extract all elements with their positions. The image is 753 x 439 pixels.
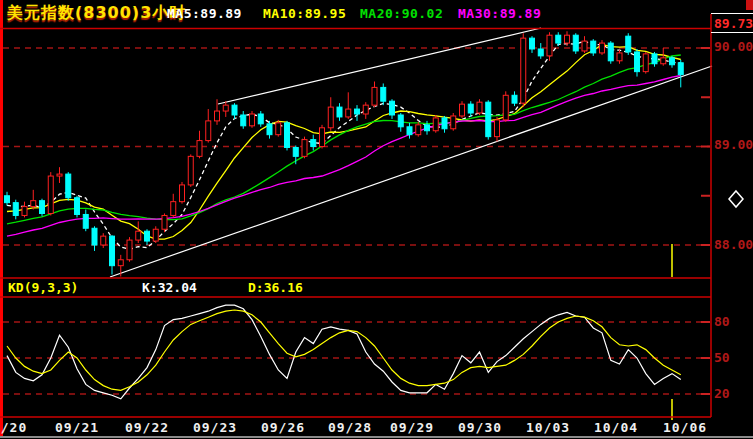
candle-body[interactable]	[556, 35, 561, 43]
candle-body[interactable]	[617, 53, 622, 61]
candle-body[interactable]	[433, 118, 438, 131]
candle-body[interactable]	[83, 214, 88, 228]
candle-body[interactable]	[425, 125, 430, 131]
candle-body[interactable]	[381, 87, 386, 101]
candle-body[interactable]	[477, 102, 482, 113]
candle-body[interactable]	[110, 236, 115, 266]
candle-body[interactable]	[626, 36, 631, 52]
candle-body[interactable]	[302, 140, 307, 157]
candle-body[interactable]	[127, 240, 132, 260]
candle-body[interactable]	[468, 104, 473, 113]
candle-body[interactable]	[118, 260, 123, 266]
candle-body[interactable]	[398, 115, 403, 127]
candle-body[interactable]	[372, 87, 377, 105]
candle-body[interactable]	[223, 105, 228, 111]
candle-body[interactable]	[101, 236, 106, 245]
candle-body[interactable]	[328, 107, 333, 128]
candle-body[interactable]	[582, 41, 587, 51]
candle-body[interactable]	[206, 121, 211, 141]
candle-body[interactable]	[643, 54, 648, 72]
scroll-arrow-block[interactable]	[746, 0, 753, 10]
candle-body[interactable]	[608, 43, 613, 61]
candle-body[interactable]	[311, 140, 316, 147]
candle-body[interactable]	[171, 202, 176, 216]
candle-body[interactable]	[136, 231, 141, 240]
candle-body[interactable]	[486, 102, 491, 136]
candle-body[interactable]	[75, 198, 80, 215]
axis-tick	[701, 244, 710, 246]
candle-body[interactable]	[530, 38, 535, 49]
chart-window: 美元指数(8300)3小时 MA5:89.89MA10:89.95MA20:90…	[0, 0, 753, 439]
candle-body[interactable]	[451, 116, 456, 129]
candle-body[interactable]	[145, 231, 150, 241]
candle-body[interactable]	[66, 174, 71, 198]
date-label: 09/28	[320, 420, 380, 435]
date-label: 09/21	[47, 420, 107, 435]
candle-body[interactable]	[22, 207, 27, 216]
candle-body[interactable]	[538, 49, 543, 56]
window-bottom-edge	[0, 436, 753, 438]
candle-body[interactable]	[180, 185, 185, 202]
candle-body[interactable]	[92, 228, 97, 245]
candle-body[interactable]	[197, 141, 202, 157]
kd-axis-label: 80	[714, 314, 730, 329]
candle-body[interactable]	[416, 125, 421, 135]
candle-body[interactable]	[573, 35, 578, 51]
candle-body[interactable]	[188, 156, 193, 185]
candle-body[interactable]	[346, 109, 351, 117]
ma-label: MA5:89.89	[167, 6, 242, 21]
candle-body[interactable]	[153, 229, 158, 241]
left-border	[0, 0, 3, 437]
diamond-marker[interactable]	[729, 191, 743, 207]
kd-k-value: K:32.04	[142, 280, 197, 295]
candle-body[interactable]	[267, 124, 272, 135]
candle-body[interactable]	[258, 114, 263, 124]
candle-body[interactable]	[215, 111, 220, 121]
candle-body[interactable]	[355, 109, 360, 114]
candle-body[interactable]	[241, 115, 246, 126]
candle-body[interactable]	[320, 128, 325, 147]
candle-body[interactable]	[162, 215, 167, 229]
date-label: 09/29	[382, 420, 442, 435]
candle-body[interactable]	[276, 123, 281, 135]
candle-body[interactable]	[591, 41, 596, 53]
candle-body[interactable]	[390, 101, 395, 115]
ma-label: MA30:89.89	[458, 6, 541, 21]
candle-body[interactable]	[512, 95, 517, 103]
chart-canvas[interactable]	[0, 0, 753, 439]
candle-body[interactable]	[13, 203, 18, 216]
candle-body[interactable]	[600, 43, 605, 53]
candle-body[interactable]	[495, 120, 500, 137]
axis-ticks	[701, 47, 710, 395]
candle-body[interactable]	[521, 38, 526, 103]
candle-body[interactable]	[48, 176, 53, 213]
candle-body[interactable]	[232, 105, 237, 115]
candle-body[interactable]	[57, 174, 62, 176]
candle-body[interactable]	[31, 201, 36, 207]
candle-body[interactable]	[5, 196, 10, 203]
candle-body[interactable]	[670, 58, 675, 65]
candle-body[interactable]	[293, 147, 298, 156]
candle-body[interactable]	[661, 58, 666, 64]
trend-line[interactable]	[218, 28, 541, 104]
candle-body[interactable]	[337, 107, 342, 117]
candle-body[interactable]	[652, 54, 657, 64]
candle-body[interactable]	[635, 52, 640, 72]
ma-line-ma10	[7, 45, 681, 240]
candle-body[interactable]	[460, 104, 465, 116]
candle-body[interactable]	[547, 35, 552, 56]
date-label: 10/04	[586, 420, 646, 435]
candle-body[interactable]	[503, 95, 508, 120]
candle-body[interactable]	[363, 105, 368, 114]
candle-body[interactable]	[678, 63, 683, 75]
candle-body[interactable]	[407, 127, 412, 135]
moving-average-lines	[7, 41, 681, 249]
candle-body[interactable]	[40, 201, 45, 214]
candle-body[interactable]	[442, 118, 447, 129]
candle-body[interactable]	[565, 35, 570, 43]
axis-tick	[701, 393, 710, 395]
candle-body[interactable]	[250, 114, 255, 126]
candle-body[interactable]	[285, 123, 290, 148]
axis-tick	[701, 47, 710, 49]
kd-axis-label: 50	[714, 350, 730, 365]
